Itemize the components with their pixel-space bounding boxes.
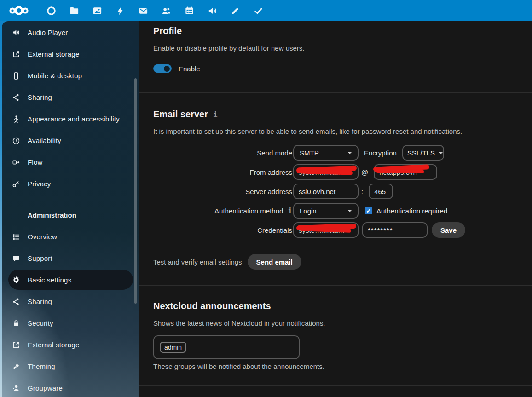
sidebar-item-label: Groupware (28, 384, 63, 392)
test-email-label: Test and verify email settings (153, 258, 242, 266)
announcements-title: Nextcloud announcements (153, 301, 271, 311)
brush-icon (12, 362, 20, 371)
basic-settings-content: Profile Enable or disable profile by def… (139, 21, 532, 397)
sidebar-item-label: External storage (28, 341, 79, 349)
speaker-icon (12, 28, 20, 37)
sidebar-section-administration: Administration (2, 204, 139, 226)
send-mode-select[interactable]: SMTP (293, 145, 359, 161)
sidebar-item-label: Overview (28, 233, 57, 241)
external-link-icon (12, 340, 20, 350)
send-mode-label: Send mode (139, 149, 292, 157)
auth-method-value: Login (300, 207, 317, 215)
sidebar-scrollbar[interactable] (134, 78, 137, 304)
send-email-button[interactable]: Send email (248, 254, 301, 270)
sidebar-item-basic-settings[interactable]: Basic settings (8, 270, 133, 290)
sidebar-item-availability[interactable]: Availability (2, 130, 139, 151)
section-divider (139, 285, 532, 286)
auth-method-select[interactable]: Login (293, 203, 359, 219)
encryption-select[interactable]: SSL/TLS (402, 145, 444, 161)
email-server-title: Email server i (153, 109, 218, 120)
sidebar-item-support[interactable]: Support (2, 247, 139, 269)
profile-toggle-label: Enable (179, 65, 200, 73)
auth-method-label: Authentication methodi (139, 207, 292, 215)
sidebar-item-admin-external-storage[interactable]: External storage (2, 334, 139, 356)
profile-enable-toggle[interactable] (153, 64, 172, 73)
chevron-down-icon (347, 152, 352, 154)
lock-icon (12, 319, 20, 328)
port-separator: : (361, 188, 363, 196)
notes-pencil-icon[interactable] (224, 0, 247, 21)
external-link-icon (12, 50, 20, 59)
sidebar-item-admin-sharing[interactable]: Sharing (2, 291, 139, 312)
tasks-check-icon[interactable] (247, 0, 270, 21)
sidebar-item-label: Flow (28, 158, 42, 166)
toggle-knob (164, 66, 170, 72)
app-header (0, 0, 532, 21)
sidebar-item-mobile-desktop[interactable]: Mobile & desktop (2, 65, 139, 86)
port-input[interactable] (369, 184, 393, 199)
email-server-description: It is important to set up this server to… (153, 127, 462, 135)
announcements-note: These groups will be notified about the … (153, 362, 324, 370)
key-icon (12, 179, 20, 189)
clock-icon (12, 136, 20, 145)
auth-required-checkbox[interactable]: ✓ (365, 207, 372, 214)
accessibility-icon (12, 115, 20, 124)
sidebar-item-label: Basic settings (28, 276, 71, 284)
audio-app-icon[interactable] (201, 0, 224, 21)
server-address-input[interactable] (293, 184, 359, 199)
phone-icon (12, 71, 20, 81)
activity-icon[interactable] (109, 0, 132, 21)
chevron-down-icon (347, 210, 352, 212)
flow-icon (12, 158, 20, 167)
sidebar-item-groupware[interactable]: Groupware (2, 377, 139, 397)
files-icon[interactable] (63, 0, 86, 21)
photos-icon[interactable] (86, 0, 109, 21)
sidebar-item-appearance[interactable]: Appearance and accessibility (2, 108, 139, 130)
user-icon (12, 384, 20, 393)
info-icon[interactable]: i (213, 110, 218, 119)
sidebar-item-label: Privacy (28, 180, 51, 188)
chat-icon (12, 254, 20, 263)
sidebar-item-label: Audio Player (28, 29, 68, 36)
announcements-description: Shows the latest news of Nextcloud in yo… (153, 319, 325, 327)
sidebar-item-label: Mobile & desktop (28, 72, 82, 80)
sidebar-item-label: Sharing (28, 93, 52, 101)
profile-title: Profile (153, 26, 182, 36)
nextcloud-logo[interactable] (7, 4, 30, 17)
sidebar-item-audio-player[interactable]: Audio Player (2, 22, 139, 43)
credentials-password-input[interactable] (362, 222, 428, 238)
section-divider (139, 92, 532, 93)
profile-description: Enable or disable profile by default for… (153, 44, 305, 52)
calendar-icon[interactable] (178, 0, 201, 21)
share-icon (12, 93, 20, 102)
send-mode-value: SMTP (300, 149, 319, 157)
auth-required-label: Authentication required (376, 207, 447, 215)
sidebar-item-label: Support (28, 254, 52, 262)
info-icon[interactable]: i (288, 207, 292, 215)
gear-icon (12, 275, 20, 284)
encryption-value: SSL/TLS (407, 149, 435, 157)
sidebar-item-external-storage[interactable]: External storage (2, 43, 139, 65)
mail-icon[interactable] (132, 0, 155, 21)
check-icon: ✓ (366, 207, 371, 214)
encryption-label: Encryption (364, 149, 397, 157)
settings-sidebar: Audio Player External storage Mobile & d… (2, 21, 139, 397)
sidebar-item-security[interactable]: Security (2, 312, 139, 334)
announcement-groups-input[interactable]: admin (153, 335, 300, 359)
credentials-label: Credentials (139, 226, 292, 234)
server-address-label: Server address (139, 188, 292, 196)
sidebar-item-sharing[interactable]: Sharing (2, 86, 139, 108)
sidebar-item-label: Availability (28, 137, 61, 144)
sidebar-item-privacy[interactable]: Privacy (2, 173, 139, 195)
contacts-icon[interactable] (155, 0, 178, 21)
sidebar-item-label: Security (28, 319, 53, 327)
circle-app-icon[interactable] (40, 0, 63, 21)
section-divider (139, 385, 532, 386)
list-icon (12, 232, 20, 242)
nextcloud-admin-screen: Audio Player External storage Mobile & d… (0, 0, 532, 397)
sidebar-item-overview[interactable]: Overview (2, 226, 139, 247)
group-chip-admin[interactable]: admin (160, 342, 186, 353)
sidebar-item-flow[interactable]: Flow (2, 151, 139, 173)
sidebar-item-theming[interactable]: Theming (2, 356, 139, 377)
save-button[interactable]: Save (432, 222, 465, 238)
